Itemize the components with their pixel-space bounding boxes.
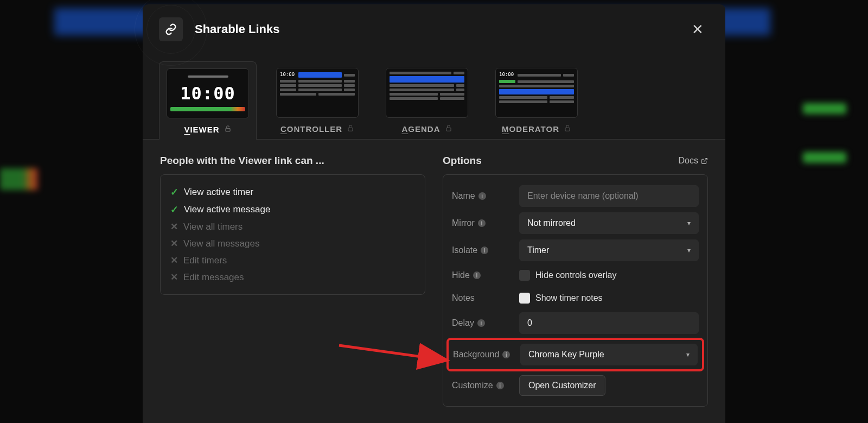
checkbox-label: Hide controls overlay bbox=[535, 270, 616, 280]
preview-agenda bbox=[386, 68, 468, 118]
svg-rect-0 bbox=[226, 128, 230, 131]
close-button[interactable]: ✕ bbox=[687, 19, 708, 40]
tab-label-controller: CONTROLLER bbox=[280, 124, 354, 134]
perm-item: ✕Edit timers bbox=[170, 252, 415, 269]
tab-moderator[interactable]: 10:00 MODERATOR bbox=[488, 61, 585, 140]
option-name-row: Namei bbox=[452, 182, 699, 210]
checkbox-label: Show timer notes bbox=[535, 293, 603, 303]
unlock-icon bbox=[347, 124, 354, 134]
docs-link[interactable]: Docs bbox=[679, 156, 708, 166]
permissions-heading: People with the Viewer link can ... bbox=[160, 155, 425, 167]
option-customize-row: Customizei Open Customizer bbox=[452, 373, 699, 399]
perm-item: ✕View all messages bbox=[170, 235, 415, 252]
modal-body: People with the Viewer link can ... ✓Vie… bbox=[143, 139, 725, 423]
option-hide-row: Hidei Hide controls overlay bbox=[452, 264, 699, 287]
unlock-icon bbox=[564, 124, 571, 134]
unlock-icon bbox=[445, 124, 452, 134]
option-label: Namei bbox=[452, 191, 513, 201]
chevron-down-icon: ▾ bbox=[686, 351, 690, 358]
check-icon: ✓ bbox=[170, 204, 178, 216]
info-icon[interactable]: i bbox=[477, 319, 485, 327]
x-icon: ✕ bbox=[170, 255, 178, 266]
background-accent bbox=[803, 152, 846, 163]
modal-title: Sharable Links bbox=[195, 22, 687, 36]
tab-agenda[interactable]: AGENDA bbox=[378, 61, 476, 140]
name-input[interactable] bbox=[519, 185, 699, 207]
option-label: Delayi bbox=[452, 318, 513, 328]
background-sidebar-accent bbox=[0, 168, 38, 190]
x-icon: ✕ bbox=[170, 221, 178, 232]
delay-input[interactable] bbox=[519, 312, 699, 334]
svg-rect-1 bbox=[348, 128, 353, 131]
option-label: Hidei bbox=[452, 270, 513, 280]
tab-label-moderator: MODERATOR bbox=[502, 124, 571, 134]
option-label: Backgroundi bbox=[453, 350, 514, 359]
option-label: Mirrori bbox=[452, 218, 513, 228]
options-heading: Options Docs bbox=[443, 155, 708, 167]
open-customizer-button[interactable]: Open Customizer bbox=[519, 375, 605, 396]
link-icon bbox=[159, 17, 183, 41]
preview-viewer: 10:00 bbox=[167, 68, 249, 118]
x-icon: ✕ bbox=[170, 238, 178, 249]
option-isolate-row: Isolatei Timer▾ bbox=[452, 237, 699, 264]
option-label: Customizei bbox=[452, 381, 513, 390]
permissions-section: People with the Viewer link can ... ✓Vie… bbox=[160, 155, 425, 407]
info-icon[interactable]: i bbox=[478, 192, 486, 200]
perm-item: ✕View all timers bbox=[170, 218, 415, 235]
tabs-row: 10:00 VIEWER 10:00 bbox=[143, 54, 725, 140]
options-section: Options Docs Namei Mirrori Not mirrored▾… bbox=[443, 155, 708, 407]
option-label: Notes bbox=[452, 293, 513, 303]
check-icon: ✓ bbox=[170, 186, 178, 198]
option-mirror-row: Mirrori Not mirrored▾ bbox=[452, 210, 699, 237]
perm-item: ✕Edit messages bbox=[170, 269, 415, 286]
x-icon: ✕ bbox=[170, 272, 178, 283]
chevron-down-icon: ▾ bbox=[687, 247, 691, 254]
preview-moderator: 10:00 bbox=[495, 68, 578, 118]
tab-viewer[interactable]: 10:00 VIEWER bbox=[159, 61, 257, 140]
svg-rect-2 bbox=[446, 128, 450, 131]
option-background-row-highlighted: Backgroundi Chroma Key Purple▾ bbox=[446, 338, 704, 371]
unlock-icon bbox=[224, 125, 232, 134]
options-body: Namei Mirrori Not mirrored▾ Isolatei Tim… bbox=[443, 174, 708, 407]
preview-controller: 10:00 bbox=[276, 68, 359, 118]
perm-item: ✓View active message bbox=[170, 201, 415, 218]
info-icon[interactable]: i bbox=[473, 272, 481, 279]
perm-item: ✓View active timer bbox=[170, 184, 415, 201]
background-select[interactable]: Chroma Key Purple▾ bbox=[520, 344, 698, 365]
tab-label-agenda: AGENDA bbox=[401, 124, 452, 134]
option-label: Isolatei bbox=[452, 245, 513, 255]
tab-controller[interactable]: 10:00 CONTROLLER bbox=[269, 61, 366, 140]
sharable-links-modal: Sharable Links ✕ 10:00 VIEWER 10:00 bbox=[143, 4, 725, 423]
info-icon[interactable]: i bbox=[502, 351, 510, 358]
modal-header: Sharable Links ✕ bbox=[143, 4, 725, 54]
info-icon[interactable]: i bbox=[478, 219, 486, 227]
chevron-down-icon: ▾ bbox=[687, 219, 691, 227]
notes-checkbox[interactable] bbox=[519, 293, 530, 304]
mirror-select[interactable]: Not mirrored▾ bbox=[519, 212, 699, 234]
info-icon[interactable]: i bbox=[481, 247, 488, 254]
svg-rect-3 bbox=[565, 128, 570, 131]
option-notes-row: Notes Show timer notes bbox=[452, 287, 699, 310]
tab-label-viewer: VIEWER bbox=[184, 125, 231, 134]
background-accent bbox=[803, 103, 846, 114]
permissions-list: ✓View active timer ✓View active message … bbox=[160, 174, 425, 295]
info-icon[interactable]: i bbox=[496, 382, 504, 389]
preview-timer-text: 10:00 bbox=[180, 83, 235, 104]
isolate-select[interactable]: Timer▾ bbox=[519, 239, 699, 261]
hide-checkbox[interactable] bbox=[519, 270, 530, 281]
option-delay-row: Delayi bbox=[452, 310, 699, 337]
